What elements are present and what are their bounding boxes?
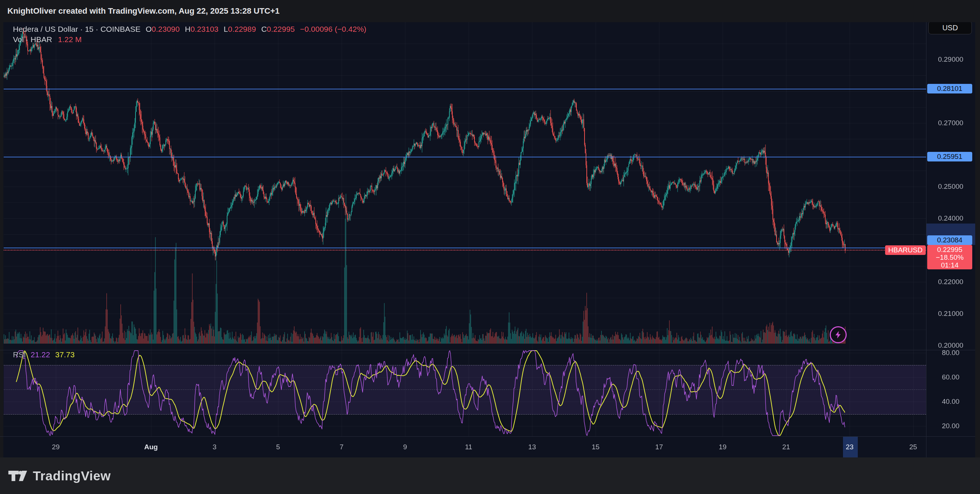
tradingview-logo-text: TradingView (33, 469, 111, 483)
change-value: −0.00096 (−0.42%) (300, 25, 367, 33)
time-tick: 5 (265, 437, 291, 457)
price-tick: 0.21000 (926, 310, 975, 317)
current-price-value: 0.22995 (927, 246, 972, 253)
time-tick: 7 (329, 437, 355, 457)
rsi-ma-value: 37.73 (56, 350, 75, 359)
symbol-legend[interactable]: Hedera / US Dollar · 15 · COINBASEO0.230… (13, 25, 366, 33)
price-level-badge: 0.23084 (927, 235, 972, 245)
snapshot-title: KnightOliver created with TradingView.co… (7, 0, 280, 22)
ohlc-key: L (224, 25, 228, 33)
chart-canvas[interactable] (0, 0, 980, 494)
time-tick: Aug (138, 437, 164, 457)
ohlc-values: O0.23090H0.23103L0.22989C0.22995 (140, 25, 295, 33)
pane-divider[interactable] (0, 350, 975, 350)
right-margin (975, 22, 980, 457)
current-price-change: −18.50% (927, 253, 972, 261)
ohlc-key: O (145, 25, 151, 33)
volume-value: 1.22 M (58, 35, 82, 44)
rsi-tick: 20.00 (926, 422, 975, 430)
price-level-badge: 0.25951 (927, 152, 972, 161)
time-tick: 9 (392, 437, 418, 457)
support-level-line (4, 89, 926, 89)
price-level-badge: 0.28101 (927, 84, 972, 94)
rsi-tick: 60.00 (926, 374, 975, 381)
rsi-value: 21.22 (31, 350, 50, 359)
support-level-line (4, 157, 926, 158)
top-bar: KnightOliver created with TradingView.co… (0, 0, 980, 22)
tradingview-logo-icon (8, 471, 27, 481)
time-tick: 25 (900, 437, 926, 457)
ohlc-value: 0.22995 (267, 25, 295, 33)
volume-legend[interactable]: Vol · HBAR 1.22 M (13, 35, 82, 44)
price-scale[interactable] (926, 37, 975, 347)
price-tick: 0.22000 (926, 278, 975, 285)
symbol-price-label: HBARUSD (885, 245, 926, 255)
price-axis-border (926, 22, 926, 457)
time-tick: 21 (773, 437, 799, 457)
symbol-title: Hedera / US Dollar · 15 · COINBASE (13, 25, 140, 33)
time-tick: 11 (456, 437, 482, 457)
rsi-tick: 80.00 (926, 349, 975, 357)
ohlc-key: H (185, 25, 191, 33)
tradingview-logo[interactable]: TradingView (8, 457, 111, 494)
ohlc-key: C (261, 25, 267, 33)
price-tick: 0.29000 (926, 56, 975, 63)
rsi-legend[interactable]: RSI21.2237.73 (13, 350, 75, 359)
time-tick: 23 (837, 437, 862, 457)
support-level-line (4, 247, 926, 248)
lightning-icon (834, 330, 843, 339)
currency-toggle-button[interactable]: USD (928, 21, 972, 34)
time-tick: 17 (646, 437, 672, 457)
ohlc-value: 0.23103 (191, 25, 219, 33)
ohlc-value: 0.22989 (228, 25, 256, 33)
price-tick: 0.24000 (926, 215, 975, 222)
current-price-line (4, 250, 926, 250)
time-tick: 13 (519, 437, 545, 457)
price-tick: 0.25000 (926, 183, 975, 190)
price-tick: 0.20000 (926, 342, 975, 349)
rsi-tick: 40.00 (926, 398, 975, 405)
volume-label: Vol · HBAR (13, 35, 52, 44)
rsi-label: RSI (13, 350, 26, 359)
current-price-badge: 0.22995 −18.50% 01:14 (927, 245, 972, 269)
time-tick: 3 (202, 437, 228, 457)
time-tick: 29 (43, 437, 69, 457)
bar-countdown: 01:14 (927, 261, 972, 269)
instant-trading-button[interactable] (830, 326, 847, 343)
footer: TradingView (0, 457, 980, 494)
ohlc-value: 0.23090 (152, 25, 180, 33)
time-tick: 19 (710, 437, 735, 457)
price-tick: 0.27000 (926, 120, 975, 127)
time-tick: 15 (583, 437, 609, 457)
